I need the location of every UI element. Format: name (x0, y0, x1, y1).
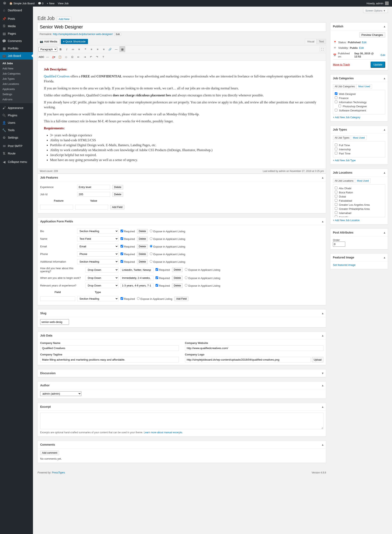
location-item[interactable]: Dubai (335, 194, 383, 199)
add-field-button[interactable]: Add Field (110, 205, 124, 209)
more-button[interactable]: — (113, 46, 119, 52)
toggle-icon[interactable]: ▴ (384, 256, 385, 259)
paste-text-button[interactable]: 📋 (57, 54, 63, 60)
delete-button[interactable]: Delete (137, 252, 148, 256)
expose-radio[interactable]: Expose in Applicant Listing (185, 276, 220, 280)
slug-input[interactable] (40, 319, 69, 325)
delete-button[interactable]: Delete (172, 283, 183, 288)
set-featured-image-link[interactable]: Set featured image (333, 263, 355, 266)
add-new-button[interactable]: Add New (57, 16, 71, 22)
field-type-select[interactable]: Section Heading (77, 259, 118, 264)
q1-options-input[interactable] (121, 268, 154, 272)
author-select[interactable]: admin (admin) (40, 391, 81, 396)
category-item[interactable]: Finance (335, 96, 383, 100)
format-select[interactable]: Paragraph (38, 47, 57, 52)
new-field-type-select[interactable]: Section Heading (77, 296, 118, 301)
upload-button[interactable]: Upload (312, 357, 323, 362)
toggle-icon[interactable]: ▴ (322, 334, 323, 337)
new-value-input[interactable] (75, 205, 108, 209)
hr-button[interactable]: — (45, 54, 51, 60)
edit-status-link[interactable]: Edit (362, 41, 366, 44)
preview-button[interactable]: Preview Changes (359, 32, 385, 37)
q3-options-input[interactable] (121, 283, 154, 288)
numbered-list-button[interactable]: ≡ (76, 46, 82, 52)
outdent-button[interactable]: ⇤ (76, 54, 81, 60)
type-item[interactable]: Part Time (335, 151, 383, 155)
edit-date-link[interactable]: Edit (381, 54, 385, 57)
required-check[interactable]: Required (155, 268, 170, 271)
field-type-select[interactable]: Section Heading (77, 229, 118, 234)
toggle-icon[interactable]: ▴ (322, 384, 323, 387)
add-category-link[interactable]: + Add New Job Category (333, 116, 360, 119)
location-item[interactable]: Greater Philadelphia Area (335, 207, 383, 211)
delete-button[interactable]: Delete (137, 244, 148, 249)
toggle-icon[interactable]: ▴ (322, 443, 323, 446)
delete-button[interactable]: Delete (112, 185, 123, 190)
submenu-applicants[interactable]: Applicants (0, 87, 33, 92)
qc-link[interactable]: Qualified Creatives (44, 74, 70, 78)
toggle-icon[interactable]: ▴ (384, 77, 385, 80)
toggle-icon[interactable]: ▴ (384, 128, 385, 131)
category-item[interactable]: Photoshop Designer (335, 104, 383, 108)
q3-type-select[interactable]: Drop Down (85, 283, 118, 288)
company-tagline-input[interactable] (40, 357, 179, 362)
fullscreen-button[interactable]: ⛶ (319, 47, 325, 52)
post-title-input[interactable] (37, 23, 326, 32)
permalink-url[interactable]: http://simplejobboard.dv/jobs/senior-web… (53, 33, 113, 36)
q2-options-input[interactable] (121, 276, 154, 280)
expose-radio[interactable]: Expose in Applicant Listing (137, 297, 173, 301)
link-button[interactable]: 🔗 (107, 46, 113, 52)
delete-button[interactable]: Delete (137, 229, 148, 233)
move-to-trash-link[interactable]: Move to Trash (333, 63, 350, 66)
submenu-settings[interactable]: Settings (0, 92, 33, 97)
menu-post-smtp[interactable]: ✉Post SMTP (0, 142, 33, 150)
submenu-add-new[interactable]: Add New (0, 66, 33, 71)
submenu-job-categories[interactable]: Job Categories (0, 71, 33, 76)
menu-media[interactable]: 🖻Media (0, 23, 33, 30)
add-location-link[interactable]: + Add New Job Location (333, 219, 360, 222)
category-item[interactable]: Software Development (335, 108, 383, 112)
required-check[interactable]: Required (121, 252, 135, 256)
comments-bubble[interactable]: 💬 0 (36, 0, 45, 7)
delete-button[interactable]: Delete (172, 276, 183, 280)
add-media-button[interactable]: 📷 Add Media (37, 39, 60, 44)
undo-button[interactable]: ↶ (88, 54, 94, 60)
strikethrough-button[interactable]: ABC (38, 54, 44, 60)
menu-users[interactable]: 👤Users (0, 119, 33, 126)
delete-button[interactable]: Delete (172, 268, 183, 272)
menu-settings[interactable]: ⚙Settings (0, 134, 33, 141)
location-item[interactable]: Abu Dhabi (335, 186, 383, 190)
menu-comments[interactable]: 💬Comments (0, 37, 33, 45)
menu-portfolio[interactable]: ▦Portfolio (0, 45, 33, 52)
expose-radio[interactable]: Expose in Applicant Listing (185, 268, 220, 271)
view-job[interactable]: View Job (56, 0, 70, 7)
menu-appearance[interactable]: 🖌Appearance (0, 104, 33, 112)
location-item[interactable]: Islamabad (335, 211, 383, 215)
menu-tools[interactable]: 🔧Tools (0, 126, 33, 134)
q2-type-select[interactable]: Drop Down (85, 275, 118, 280)
delete-button[interactable]: Delete (137, 237, 148, 241)
field-type-select[interactable]: Email (77, 244, 118, 249)
bullet-list-button[interactable]: ≔ (70, 46, 76, 52)
menu-pages[interactable]: ▤Pages (0, 30, 33, 37)
company-name-input[interactable] (40, 345, 179, 351)
order-input[interactable] (333, 241, 345, 247)
submenu-job-locations[interactable]: Job Locations (0, 81, 33, 87)
new-field-name-input[interactable] (40, 296, 75, 301)
company-logo-input[interactable] (185, 357, 311, 362)
new-feature-input[interactable] (40, 205, 73, 209)
submenu-job-types[interactable]: Job Types (0, 76, 33, 81)
required-check[interactable]: Required (121, 230, 135, 233)
expose-radio[interactable]: Expose in Applicant Listing (150, 252, 185, 256)
required-check[interactable]: Required (121, 297, 135, 301)
tab-all-categories[interactable]: All Job Categories (333, 84, 356, 89)
menu-dashboard[interactable]: ⌂Dashboard (0, 7, 33, 14)
textcolor-button[interactable]: A▾ (51, 54, 57, 60)
field-type-select[interactable]: Phone (77, 251, 118, 257)
company-website-input[interactable] (185, 345, 324, 351)
type-item[interactable]: Internship (335, 147, 383, 151)
type-item[interactable]: Full Time (335, 143, 383, 147)
quote-button[interactable]: ❝ (82, 46, 88, 52)
tab-most-used[interactable]: Most Used (356, 84, 372, 89)
clear-formatting-button[interactable]: ◇ (63, 54, 69, 60)
